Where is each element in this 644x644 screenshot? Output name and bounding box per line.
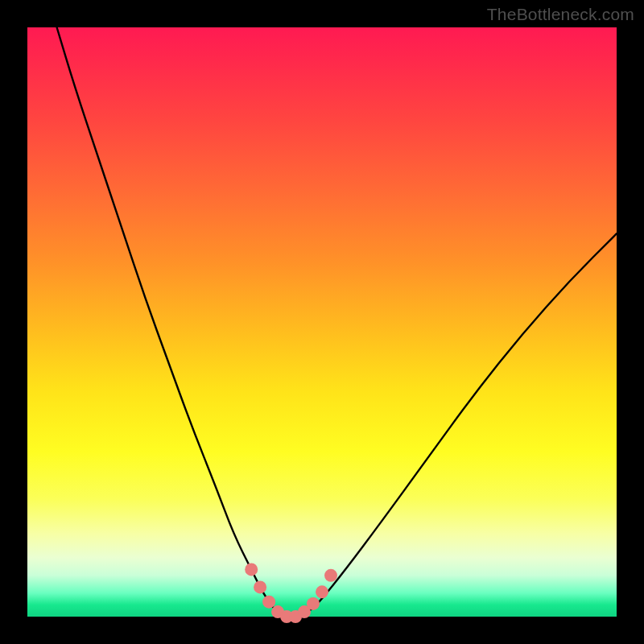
highlight-marker: [262, 596, 275, 609]
bottleneck-curve-line: [57, 27, 617, 617]
curve-svg: [27, 27, 617, 617]
highlight-marker: [245, 563, 258, 576]
highlight-marker: [316, 585, 328, 598]
outer-frame: TheBottleneck.com: [0, 0, 644, 644]
highlight-marker: [324, 569, 337, 582]
highlight-marker: [254, 580, 266, 593]
highlight-markers: [245, 563, 337, 623]
watermark-text: TheBottleneck.com: [487, 5, 634, 24]
plot-area: [27, 27, 617, 617]
highlight-marker: [307, 597, 320, 610]
